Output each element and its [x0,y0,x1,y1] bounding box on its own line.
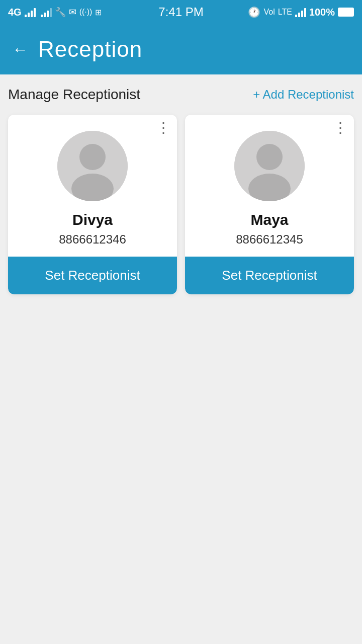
lte-label: LTE [278,8,292,17]
receptionist-card-divya: ⋮ Divya 8866612346 Set Receptionist [8,115,177,294]
receptionist-phone-maya: 8866612345 [236,232,303,247]
battery-percent: 100% [309,7,335,18]
set-receptionist-button-divya[interactable]: Set Receptionist [8,257,177,294]
status-bar: 4G 🔧 ✉ ((·)) ⊞ 7:41 PM 🕐 Vol LTE 100% [0,0,362,24]
signal-bars-2 [41,7,52,17]
set-receptionist-button-maya[interactable]: Set Receptionist [185,257,354,294]
avatar-maya [234,131,305,201]
app-header: ← Reception [0,24,362,74]
avatar-divya [57,131,128,201]
cards-container: ⋮ Divya 8866612346 Set Receptionist ⋮ [8,115,354,294]
receptionist-card-maya: ⋮ Maya 8866612345 Set Receptionist [185,115,354,294]
network-label: 4G [8,7,22,18]
card-menu-maya[interactable]: ⋮ [333,121,348,135]
signal-bars-4g [295,7,306,17]
main-content: Manage Receptionist + Add Receptionist ⋮… [0,74,362,644]
add-receptionist-button[interactable]: + Add Receptionist [253,88,354,102]
page-title: Reception [38,37,142,62]
wrench-icon: 🔧 [55,7,66,18]
status-right: 🕐 Vol LTE 100% [248,6,354,18]
back-button[interactable]: ← [12,41,28,57]
status-time: 7:41 PM [158,5,203,19]
signal-bars [25,7,36,17]
svg-point-4 [256,144,283,170]
status-left: 4G 🔧 ✉ ((·)) ⊞ [8,7,102,18]
clock-icon: 🕐 [248,6,260,18]
signal-icon: ((·)) [79,8,93,17]
receptionist-name-divya: Divya [72,211,113,228]
extra-icon: ⊞ [95,8,102,17]
manage-row: Manage Receptionist + Add Receptionist [8,87,354,103]
battery-icon [338,8,354,17]
manage-title: Manage Receptionist [8,87,140,103]
card-body-divya: Divya 8866612346 [8,115,177,257]
receptionist-name-maya: Maya [250,211,288,228]
svg-point-1 [79,144,106,170]
receptionist-phone-divya: 8866612346 [59,232,126,247]
card-menu-divya[interactable]: ⋮ [156,121,171,135]
card-body-maya: Maya 8866612345 [185,115,354,257]
email-icon: ✉ [69,7,76,18]
volte-label: Vol [263,8,275,17]
